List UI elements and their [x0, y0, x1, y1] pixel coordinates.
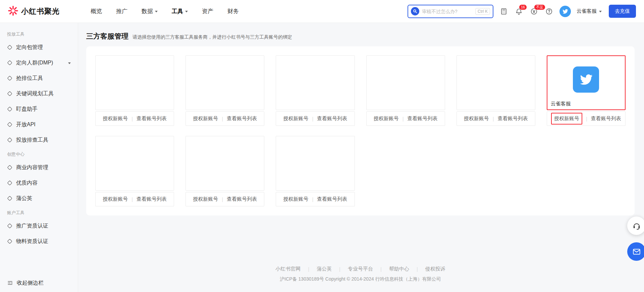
sidebar-item-quality-content[interactable]: 优质内容 — [0, 175, 78, 191]
headset-icon — [632, 222, 641, 230]
provider-logo-area — [185, 136, 264, 191]
notification-count-badge: 16 — [519, 4, 527, 10]
footer-link-pro-account[interactable]: 专业号平台 — [340, 266, 380, 272]
tag-icon — [7, 106, 12, 112]
divider: | — [312, 196, 313, 202]
footer-link-help-center[interactable]: 帮助中心 — [382, 266, 417, 272]
tag-icon — [7, 60, 12, 65]
recharge-button[interactable]: 去充值 — [609, 5, 636, 18]
footer-links: 小红书官网 | 蒲公英 | 专业号平台 | 帮助中心 | 侵权投诉 — [86, 266, 635, 272]
search-input[interactable] — [422, 9, 473, 14]
copyright-text: 沪ICP备 13030189号 Copyright © 2014-2024 行吟… — [86, 276, 635, 282]
sidebar-item-commercial-content[interactable]: 商业内容管理 — [0, 160, 78, 175]
provider-logo-area — [457, 55, 535, 110]
search-box[interactable]: Ctrl K — [408, 5, 493, 18]
main-nav: 概览 推广 数据 工具 资产 财务 — [91, 7, 239, 15]
tag-icon — [7, 239, 12, 244]
balance-coin-icon[interactable]: 不足 — [529, 7, 539, 16]
notifications-bell-icon[interactable]: 16 — [514, 7, 524, 16]
authorize-account-link[interactable]: 授权新账号 — [464, 115, 489, 122]
provider-logo-area — [276, 55, 355, 110]
provider-card: 授权新账号 | 查看账号列表 — [366, 55, 445, 126]
sidebar-item-pugongying[interactable]: 蒲公英 — [0, 191, 78, 206]
divider: | — [493, 116, 494, 121]
provider-card: 授权新账号 | 查看账号列表 — [457, 55, 535, 126]
view-accounts-link[interactable]: 查看账号列表 — [317, 196, 347, 202]
sidebar-item-keyword-planner[interactable]: 关键词规划工具 — [0, 86, 78, 101]
chevron-down-icon — [68, 62, 71, 64]
authorize-account-link[interactable]: 授权新账号 — [193, 196, 218, 202]
nav-assets[interactable]: 资产 — [202, 7, 213, 15]
collapse-icon — [7, 280, 13, 286]
divider: | — [222, 116, 223, 121]
footer-link-infringement[interactable]: 侵权投诉 — [418, 266, 453, 272]
provider-logo-area — [95, 136, 174, 191]
view-accounts-link[interactable]: 查看账号列表 — [227, 196, 257, 202]
chevron-down-icon — [155, 11, 158, 12]
sidebar-item-targeting-package[interactable]: 定向包管理 — [0, 40, 78, 55]
authorize-account-link[interactable]: 授权新账号 — [193, 115, 218, 122]
sidebar-item-delivery-inspection[interactable]: 投放排查工具 — [0, 132, 78, 148]
main-content: 三方客服管理 请选择您使用的三方客服工具服务商，并进行小红书号与三方工具账号的绑… — [78, 23, 644, 292]
user-menu[interactable]: 云雀客服 — [577, 8, 602, 14]
authorize-account-link-highlighted[interactable]: 授权新账号 — [551, 113, 582, 125]
help-icon[interactable] — [544, 7, 554, 16]
view-accounts-link[interactable]: 查看账号列表 — [137, 196, 167, 202]
provider-logo-area-highlighted: 云雀客服 — [547, 55, 626, 110]
sidebar-item-rank-grab[interactable]: 抢排位工具 — [0, 70, 78, 86]
tag-icon — [7, 76, 12, 81]
calculator-icon[interactable] — [499, 7, 508, 16]
site-footer: 小红书官网 | 蒲公英 | 专业号平台 | 帮助中心 | 侵权投诉 沪ICP备 … — [86, 266, 635, 282]
brand[interactable]: 小红书聚光 — [8, 6, 60, 17]
provider-card: 授权新账号 | 查看账号列表 — [95, 136, 174, 206]
divider: | — [402, 116, 404, 121]
view-accounts-link[interactable]: 查看账号列表 — [408, 115, 438, 122]
topbar-right: Ctrl K 16 不足 — [408, 5, 636, 18]
sidebar-item-dmp[interactable]: 定向人群(DMP) — [0, 55, 78, 70]
nav-data[interactable]: 数据 — [142, 7, 158, 15]
view-accounts-link[interactable]: 查看账号列表 — [227, 115, 257, 122]
yunque-bird-logo-icon — [573, 66, 599, 93]
authorize-account-link[interactable]: 授权新账号 — [283, 115, 308, 122]
customer-support-button[interactable] — [627, 216, 644, 235]
tag-icon — [7, 91, 12, 96]
tag-icon — [7, 122, 12, 127]
sidebar-item-monitor-assistant[interactable]: 盯盘助手 — [0, 101, 78, 117]
authorize-account-link[interactable]: 授权新账号 — [374, 115, 399, 122]
search-icon — [411, 7, 419, 15]
view-accounts-link[interactable]: 查看账号列表 — [137, 115, 167, 122]
providers-grid: 授权新账号 | 查看账号列表 授权新账号 | 查看账号列表 — [95, 55, 626, 206]
provider-card: 授权新账号 | 查看账号列表 — [185, 55, 264, 126]
collapse-sidebar-button[interactable]: 收起侧边栏 — [0, 274, 78, 292]
sidebar-item-promotion-qualification[interactable]: 推广资质认证 — [0, 218, 78, 234]
authorize-account-link[interactable]: 授权新账号 — [103, 115, 128, 122]
provider-card-yunque: 云雀客服 授权新账号 | 查看账号列表 — [547, 55, 626, 126]
provider-logo-area — [276, 136, 355, 191]
nav-overview[interactable]: 概览 — [91, 7, 102, 15]
footer-link-official-site[interactable]: 小红书官网 — [268, 266, 308, 272]
authorize-account-link[interactable]: 授权新账号 — [103, 196, 128, 202]
mail-icon — [632, 247, 641, 256]
provider-card: 授权新账号 | 查看账号列表 — [185, 136, 264, 206]
user-avatar[interactable] — [559, 6, 571, 17]
footer-link-pugongying[interactable]: 蒲公英 — [309, 266, 339, 272]
sidebar-item-open-api[interactable]: 开放API — [0, 117, 78, 132]
brand-title: 小红书聚光 — [21, 6, 60, 16]
view-accounts-link[interactable]: 查看账号列表 — [591, 115, 621, 122]
nav-promotion[interactable]: 推广 — [116, 7, 127, 15]
provider-card: 授权新账号 | 查看账号列表 — [276, 136, 355, 206]
view-accounts-link[interactable]: 查看账号列表 — [317, 115, 347, 122]
sidebar-section-account-tools: 账户工具 — [0, 206, 78, 218]
nav-tools[interactable]: 工具 — [172, 7, 188, 15]
brand-logo-icon — [8, 6, 18, 17]
divider: | — [222, 196, 223, 202]
sidebar-item-material-qualification[interactable]: 物料资质认证 — [0, 234, 78, 249]
authorize-account-link[interactable]: 授权新账号 — [283, 196, 308, 202]
view-accounts-link[interactable]: 查看账号列表 — [498, 115, 528, 122]
page-subtitle: 请选择您使用的三方客服工具服务商，并进行小红书号与三方工具账号的绑定 — [132, 34, 292, 40]
feedback-mail-button[interactable] — [627, 242, 644, 261]
chevron-down-icon — [185, 11, 188, 12]
balance-insufficient-badge: 不足 — [534, 4, 545, 10]
nav-finance[interactable]: 财务 — [227, 7, 239, 15]
sidebar-section-creative-center: 创意中心 — [0, 148, 78, 160]
